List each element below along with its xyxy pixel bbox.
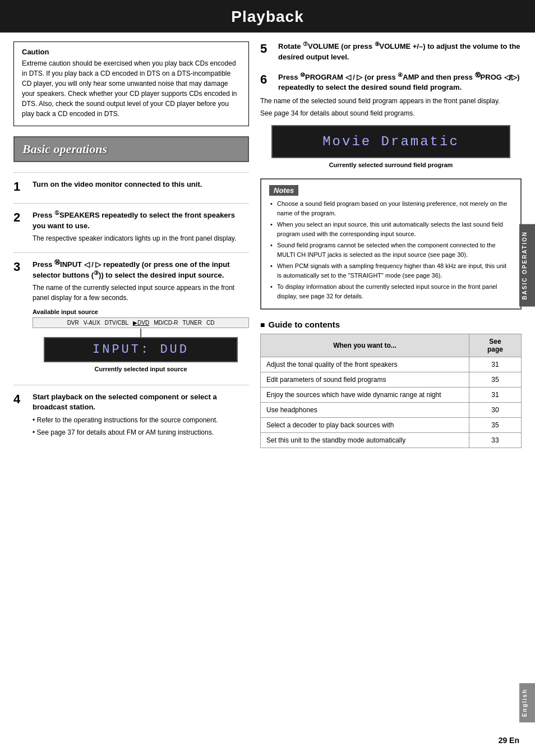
- step-6-body2: See page 34 for details about sound fiel…: [260, 108, 522, 118]
- guide-desc-5: Set this unit to the standby mode automa…: [261, 433, 469, 448]
- guide-desc-2: Enjoy the sources which have wide dynami…: [261, 388, 469, 403]
- notes-box: Notes Choose a sound field program based…: [260, 178, 522, 310]
- guide-row-1: Edit parameters of sound field programs3…: [261, 372, 522, 388]
- step-5-header: 5 Rotate ⑦VOLUME (or press ⑨VOLUME +/–) …: [260, 42, 522, 62]
- guide-row-2: Enjoy the sources which have wide dynami…: [261, 388, 522, 403]
- step-4-bullet2: • See page 37 for details about FM or AM…: [33, 427, 249, 437]
- step-3-title: Press ⑭INPUT ◁ / ▷ repeatedly (or press …: [33, 260, 249, 280]
- selector-vaux: V-AUX: [84, 320, 100, 326]
- selector-tuner: TUNER: [182, 320, 201, 326]
- guide-desc-0: Adjust the tonal quality of the front sp…: [261, 357, 469, 372]
- diagram-label: Available input source: [33, 308, 249, 315]
- guide-desc-3: Use headphones: [261, 403, 469, 418]
- section-header: Basic operations: [13, 136, 249, 162]
- guide-page-1: 35: [469, 372, 522, 388]
- page-title: Playback: [0, 8, 535, 26]
- title-bar: Playback: [0, 0, 535, 33]
- caution-title: Caution: [22, 48, 241, 56]
- step-1: 1 Turn on the video monitor connected to…: [13, 172, 249, 194]
- movie-display-box: Movie Dramatic: [271, 125, 510, 158]
- guide-page-2: 31: [469, 388, 522, 403]
- caution-box: Caution Extreme caution should be exerci…: [13, 42, 249, 126]
- guide-row-4: Select a decoder to play back sources wi…: [261, 418, 522, 433]
- step-4-title: Start playback on the selected component…: [33, 392, 249, 412]
- input-display-box: INPUT: DUD: [44, 337, 238, 362]
- step-2-number: 2: [13, 210, 26, 243]
- guide-row-3: Use headphones30: [261, 403, 522, 418]
- step-5-title: Rotate ⑦VOLUME (or press ⑨VOLUME +/–) to…: [278, 42, 522, 62]
- guide-page-3: 30: [469, 403, 522, 418]
- right-column: 5 Rotate ⑦VOLUME (or press ⑨VOLUME +/–) …: [260, 42, 522, 448]
- step-2: 2 Press ①SPEAKERS repeatedly to select t…: [13, 203, 249, 243]
- step-3: 3 Press ⑭INPUT ◁ / ▷ repeatedly (or pres…: [13, 252, 249, 376]
- guide-desc-1: Edit parameters of sound field programs: [261, 372, 469, 388]
- guide-col2-header: Seepage: [469, 334, 522, 357]
- step-1-content: Turn on the video monitor connected to t…: [33, 179, 249, 194]
- note-4: When PCM signals with a sampling frequen…: [269, 261, 513, 280]
- guide-row-5: Set this unit to the standby mode automa…: [261, 433, 522, 448]
- step-4: 4 Start playback on the selected compone…: [13, 385, 249, 437]
- step-1-title: Turn on the video monitor connected to t…: [33, 179, 249, 190]
- step-2-body: The respective speaker indicators lights…: [33, 233, 249, 243]
- step-3-content: Press ⑭INPUT ◁ / ▷ repeatedly (or press …: [33, 260, 249, 376]
- guide-page-4: 35: [469, 418, 522, 433]
- basic-operation-tab: BASIC OPERATION: [519, 224, 535, 307]
- step-2-title: Press ①SPEAKERS repeatedly to select the…: [33, 210, 249, 231]
- left-column: Caution Extreme caution should be exerci…: [13, 42, 249, 448]
- note-3: Sound field programs cannot be selected …: [269, 241, 513, 259]
- step-4-number: 4: [13, 392, 26, 437]
- note-2: When you select an input source, this un…: [269, 220, 513, 238]
- step-5-number: 5: [260, 42, 273, 62]
- selector-dvr: DVR: [67, 320, 79, 326]
- note-5: To display information about the current…: [269, 282, 513, 301]
- step-1-number: 1: [13, 179, 26, 194]
- step-3-body: The name of the currently selected input…: [33, 283, 249, 303]
- caution-text: Extreme caution should be exercised when…: [22, 58, 241, 119]
- step-5: 5 Rotate ⑦VOLUME (or press ⑨VOLUME +/–) …: [260, 42, 522, 62]
- main-content: Caution Extreme caution should be exerci…: [0, 42, 535, 448]
- notes-title: Notes: [269, 185, 298, 196]
- step-6: 6 Press ⑩PROGRAM ◁ / ▷ (or press ④AMP an…: [260, 72, 522, 169]
- step-6-title: Press ⑩PROGRAM ◁ / ▷ (or press ④AMP and …: [278, 72, 522, 93]
- section-heading: Basic operations: [22, 142, 240, 156]
- selector-cd: CD: [206, 320, 214, 326]
- selector-dvd: ▶DVD: [133, 320, 149, 326]
- guide-desc-4: Select a decoder to play back sources wi…: [261, 418, 469, 433]
- guide-section: Guide to contents When you want to... Se…: [260, 320, 522, 448]
- guide-page-5: 33: [469, 433, 522, 448]
- selector-dtvcbl: DTV/CBL: [105, 320, 128, 326]
- step-4-content: Start playback on the selected component…: [33, 392, 249, 437]
- guide-page-0: 31: [469, 357, 522, 372]
- step-4-bullet1: • Refer to the operating instructions fo…: [33, 415, 249, 425]
- guide-table: When you want to... Seepage Adjust the t…: [260, 334, 522, 448]
- input-selector-bar: DVR V-AUX DTV/CBL ▶DVD MD/CD-R TUNER CD: [33, 317, 249, 328]
- selector-mdcdr: MD/CD-R: [154, 320, 178, 326]
- step-3-number: 3: [13, 260, 26, 376]
- step-6-number: 6: [260, 72, 273, 93]
- note-1: Choose a sound field program based on yo…: [269, 199, 513, 218]
- guide-row-0: Adjust the tonal quality of the front sp…: [261, 357, 522, 372]
- step-6-header: 6 Press ⑩PROGRAM ◁ / ▷ (or press ④AMP an…: [260, 72, 522, 93]
- input-diagram: Available input source DVR V-AUX DTV/CBL…: [33, 308, 249, 372]
- input-diagram-caption: Currently selected input source: [33, 366, 249, 372]
- english-tab: English: [519, 683, 535, 722]
- step-6-body1: The name of the selected sound field pro…: [260, 96, 522, 106]
- step-2-content: Press ①SPEAKERS repeatedly to select the…: [33, 210, 249, 243]
- movie-display-caption: Currently selected surround field progra…: [260, 162, 522, 168]
- notes-list: Choose a sound field program based on yo…: [269, 199, 513, 301]
- page-number: 29 En: [499, 736, 519, 745]
- guide-title: Guide to contents: [260, 320, 522, 329]
- guide-col1-header: When you want to...: [261, 334, 469, 357]
- arrow-down: |: [33, 328, 249, 337]
